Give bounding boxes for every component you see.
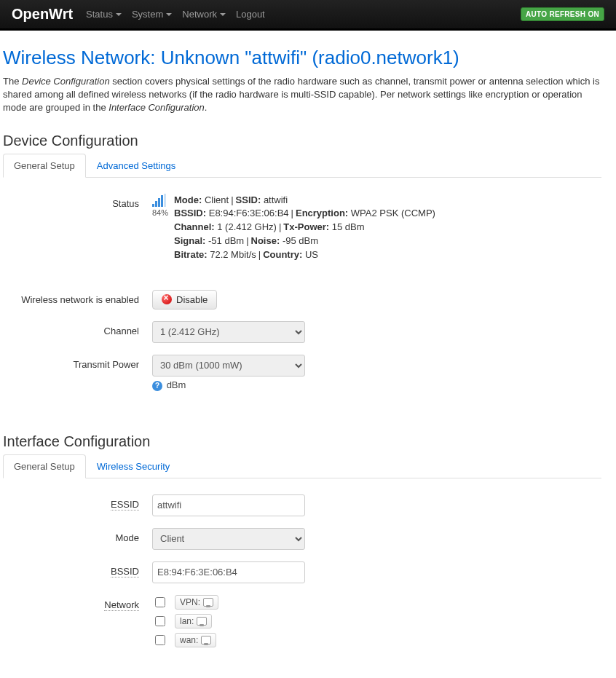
- caret-icon: [166, 13, 172, 16]
- network-lan-label: lan:: [175, 614, 212, 628]
- brand[interactable]: OpenWrt: [12, 6, 73, 23]
- network-label: Network: [104, 599, 139, 611]
- signal-bars-icon: [152, 194, 168, 207]
- stop-icon: [162, 294, 172, 304]
- port-icon: [201, 636, 211, 645]
- network-wan-checkbox[interactable]: [155, 635, 165, 645]
- tab-general-setup[interactable]: General Setup: [3, 154, 86, 178]
- status-label: Status: [3, 194, 152, 209]
- navbar: OpenWrt Status System Network Logout AUT…: [0, 0, 616, 31]
- network-vpn-checkbox[interactable]: [155, 597, 165, 607]
- nav-system[interactable]: System: [132, 9, 172, 20]
- iface-config-legend: Interface Configuration: [3, 433, 601, 450]
- bssid-input[interactable]: [152, 561, 305, 583]
- help-icon: ?: [152, 381, 162, 391]
- channel-label: Channel: [3, 321, 152, 336]
- channel-select[interactable]: 1 (2.412 GHz): [152, 321, 305, 343]
- disable-button[interactable]: Disable: [152, 290, 217, 310]
- bssid-label: BSSID: [111, 566, 139, 578]
- essid-label: ESSID: [111, 499, 139, 511]
- network-lan-checkbox[interactable]: [155, 616, 165, 626]
- tab-wireless-security[interactable]: Wireless Security: [86, 454, 181, 478]
- nav-logout[interactable]: Logout: [236, 9, 265, 20]
- network-wan-label: wan:: [175, 633, 216, 647]
- device-config-legend: Device Configuration: [3, 133, 601, 149]
- iface-tabs: General Setup Wireless Security: [3, 454, 601, 478]
- nav-status[interactable]: Status: [86, 9, 122, 20]
- tab-advanced-settings[interactable]: Advanced Settings: [86, 154, 186, 178]
- txpower-hint: ? dBm: [152, 379, 601, 391]
- txpower-label: Transmit Power: [3, 355, 152, 370]
- nav-network[interactable]: Network: [182, 9, 226, 20]
- page-description: The Device Configuration section covers …: [3, 75, 601, 115]
- mode-select[interactable]: Client: [152, 528, 305, 550]
- auto-refresh-badge[interactable]: AUTO REFRESH ON: [521, 7, 604, 21]
- device-tabs: General Setup Advanced Settings: [3, 154, 601, 178]
- tab-iface-general[interactable]: General Setup: [3, 454, 86, 478]
- essid-input[interactable]: [152, 494, 305, 516]
- mode-label: Mode: [3, 528, 152, 543]
- port-icon: [197, 617, 207, 626]
- page-title: Wireless Network: Unknown "attwifi" (rad…: [3, 47, 601, 69]
- status-text: Mode: Client|SSID: attwifi BSSID: E8:94:…: [174, 194, 435, 262]
- network-vpn-label: VPN:: [175, 595, 218, 610]
- enabled-label: Wireless network is enabled: [3, 290, 152, 305]
- port-icon: [203, 598, 213, 607]
- caret-icon: [116, 13, 122, 16]
- caret-icon: [220, 13, 226, 16]
- signal-percent: 84%: [152, 208, 168, 217]
- signal-indicator: 84%: [152, 194, 168, 217]
- txpower-select[interactable]: 30 dBm (1000 mW): [152, 355, 305, 377]
